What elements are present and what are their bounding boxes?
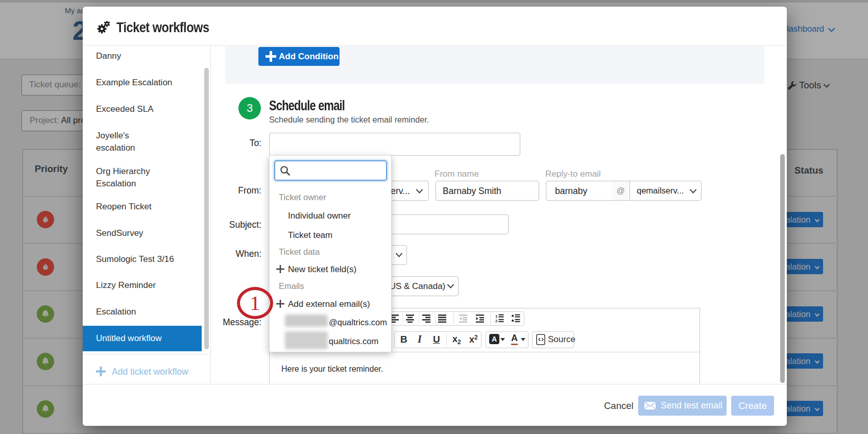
svg-text:1: 1 [495, 314, 498, 319]
svg-text:2: 2 [495, 319, 498, 323]
